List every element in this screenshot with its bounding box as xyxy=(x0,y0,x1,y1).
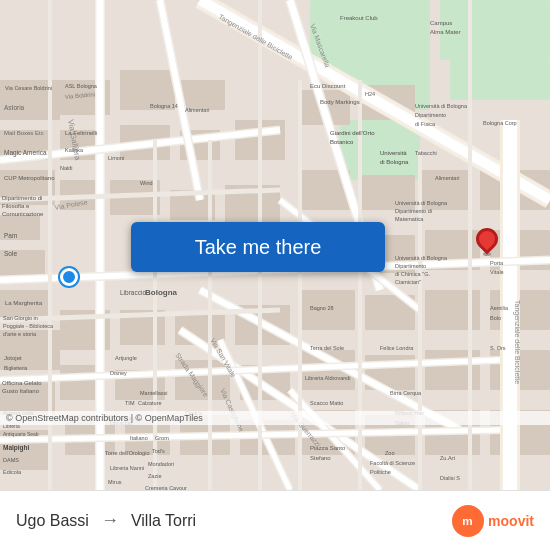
svg-text:Edicola: Edicola xyxy=(3,469,22,475)
svg-text:Magic America: Magic America xyxy=(4,149,47,157)
svg-text:Zoo: Zoo xyxy=(385,450,394,456)
svg-text:Limoni: Limoni xyxy=(108,155,124,161)
destination-pin xyxy=(476,228,498,256)
svg-text:La Margherita: La Margherita xyxy=(5,300,43,306)
svg-text:Jotojet: Jotojet xyxy=(4,355,22,361)
svg-text:Libreria Aldrovandi: Libreria Aldrovandi xyxy=(305,375,351,381)
svg-text:Kalinka: Kalinka xyxy=(65,147,84,153)
svg-text:CUP Metropolitano: CUP Metropolitano xyxy=(4,175,55,181)
svg-text:Stefano: Stefano xyxy=(310,455,331,461)
svg-text:Mirus: Mirus xyxy=(108,479,122,485)
svg-text:Politiche: Politiche xyxy=(370,469,391,475)
origin-marker xyxy=(60,268,78,286)
svg-text:Gusto Italiano: Gusto Italiano xyxy=(2,388,40,394)
svg-text:Tod's: Tod's xyxy=(152,448,165,454)
svg-text:Mondadori: Mondadori xyxy=(148,461,174,467)
svg-text:Facoltà di Scienze: Facoltà di Scienze xyxy=(370,460,415,466)
svg-text:di Chimica "G.: di Chimica "G. xyxy=(395,271,430,277)
svg-text:Piazza Santo: Piazza Santo xyxy=(310,445,346,451)
svg-text:Dialisi S: Dialisi S xyxy=(440,475,460,481)
svg-text:Scacco Matto: Scacco Matto xyxy=(310,400,343,406)
origin-dot xyxy=(60,268,78,286)
svg-text:Alimentari: Alimentari xyxy=(435,175,459,181)
svg-text:Biglietteria: Biglietteria xyxy=(4,365,28,371)
svg-text:ASL Bologna: ASL Bologna xyxy=(65,83,98,89)
svg-text:Libreria Nanni: Libreria Nanni xyxy=(110,465,144,471)
svg-text:Filosofia e: Filosofia e xyxy=(2,203,30,209)
svg-text:Naldi: Naldi xyxy=(60,165,73,171)
svg-text:Università di Bologna: Università di Bologna xyxy=(395,200,448,206)
svg-text:Tangenziale delle Biciclette: Tangenziale delle Biciclette xyxy=(513,300,521,384)
svg-text:TIM: TIM xyxy=(125,400,135,406)
svg-text:Artjungle: Artjungle xyxy=(115,355,137,361)
svg-text:Zazie: Zazie xyxy=(148,473,161,479)
svg-text:Antiquaria Seab: Antiquaria Seab xyxy=(3,431,39,437)
svg-text:Malpighi: Malpighi xyxy=(3,444,30,452)
pin-circle xyxy=(471,223,502,254)
svg-text:Felice Londra: Felice Londra xyxy=(380,345,414,351)
svg-text:Sole: Sole xyxy=(4,250,17,257)
svg-text:Tabacchi: Tabacchi xyxy=(415,150,437,156)
svg-text:Mantellassi: Mantellassi xyxy=(140,390,168,396)
map-attribution: © OpenStreetMap contributors | © OpenMap… xyxy=(0,411,550,425)
take-me-there-button[interactable]: Take me there xyxy=(131,222,385,272)
svg-text:Dipartimento di: Dipartimento di xyxy=(395,208,432,214)
svg-text:Libraccio: Libraccio xyxy=(120,289,146,296)
svg-rect-5 xyxy=(450,60,550,100)
svg-text:Italiano: Italiano xyxy=(130,435,148,441)
svg-text:Poggiale - Biblioteca: Poggiale - Biblioteca xyxy=(3,323,54,329)
svg-text:Zu.Art: Zu.Art xyxy=(440,455,455,461)
svg-text:Bolo: Bolo xyxy=(490,315,501,321)
svg-text:Porta: Porta xyxy=(490,260,504,266)
svg-text:Alma Mater: Alma Mater xyxy=(430,29,461,35)
svg-text:Wind: Wind xyxy=(140,180,153,186)
svg-text:Dipartimento: Dipartimento xyxy=(415,112,446,118)
svg-text:Dipartimento: Dipartimento xyxy=(395,263,426,269)
moovit-text: moovit xyxy=(488,513,534,529)
svg-text:Torre dell'Orologio: Torre dell'Orologio xyxy=(105,450,149,456)
bottom-bar: Ugo Bassi → Villa Torri m moovit xyxy=(0,490,550,550)
to-station-label: Villa Torri xyxy=(131,512,196,530)
svg-text:m: m xyxy=(462,514,472,527)
svg-text:Mail Boxes Etc: Mail Boxes Etc xyxy=(4,130,44,136)
svg-text:Università: Università xyxy=(380,150,407,156)
svg-text:Birra Cerqua: Birra Cerqua xyxy=(390,390,422,396)
arrow-icon: → xyxy=(101,510,119,531)
svg-text:H24: H24 xyxy=(365,91,375,97)
map-container: Tangenziale delle Biciclette Tangenziale… xyxy=(0,0,550,490)
svg-rect-17 xyxy=(180,80,225,110)
svg-text:Terra del Sole: Terra del Sole xyxy=(310,345,344,351)
svg-text:Bologna Corp: Bologna Corp xyxy=(483,120,517,126)
svg-text:Ciamician": Ciamician" xyxy=(395,279,421,285)
svg-text:Matematica: Matematica xyxy=(395,216,424,222)
svg-text:Università di Bologna: Università di Bologna xyxy=(415,103,468,109)
svg-text:Bagno 28: Bagno 28 xyxy=(310,305,334,311)
svg-text:S. Ors: S. Ors xyxy=(490,345,506,351)
svg-text:Botanico: Botanico xyxy=(330,139,354,145)
svg-text:di Bologna: di Bologna xyxy=(380,159,409,165)
svg-text:Pam: Pam xyxy=(4,232,17,239)
svg-text:Comunicazione: Comunicazione xyxy=(2,211,44,217)
svg-text:Disney: Disney xyxy=(110,370,127,376)
svg-text:Dipartimento di: Dipartimento di xyxy=(2,195,42,201)
svg-text:Grom: Grom xyxy=(155,435,169,441)
moovit-icon: m xyxy=(452,505,484,537)
svg-text:San Giorgio in: San Giorgio in xyxy=(3,315,38,321)
svg-text:Bologna: Bologna xyxy=(145,288,178,297)
svg-text:d'arte e storia: d'arte e storia xyxy=(3,331,37,337)
svg-text:La Feltrinelli: La Feltrinelli xyxy=(65,130,97,136)
svg-text:Officina Gelato: Officina Gelato xyxy=(2,380,42,386)
svg-text:Astoria: Astoria xyxy=(4,104,25,111)
svg-text:Vitale: Vitale xyxy=(490,269,504,275)
svg-text:Bologna 14: Bologna 14 xyxy=(150,103,178,109)
svg-text:Giardini dell'Orto: Giardini dell'Orto xyxy=(330,130,375,136)
moovit-logo: m moovit xyxy=(452,505,534,537)
svg-text:Via Cesare Boldrini: Via Cesare Boldrini xyxy=(5,85,52,91)
svg-text:Body Markings: Body Markings xyxy=(320,99,360,105)
svg-text:Ecu Discount: Ecu Discount xyxy=(310,83,346,89)
svg-text:Alimentari: Alimentari xyxy=(185,107,209,113)
svg-text:Calzature: Calzature xyxy=(138,400,162,406)
svg-text:Università di Bologna: Università di Bologna xyxy=(395,255,448,261)
svg-text:Campus: Campus xyxy=(430,20,452,26)
from-station-label: Ugo Bassi xyxy=(16,512,89,530)
